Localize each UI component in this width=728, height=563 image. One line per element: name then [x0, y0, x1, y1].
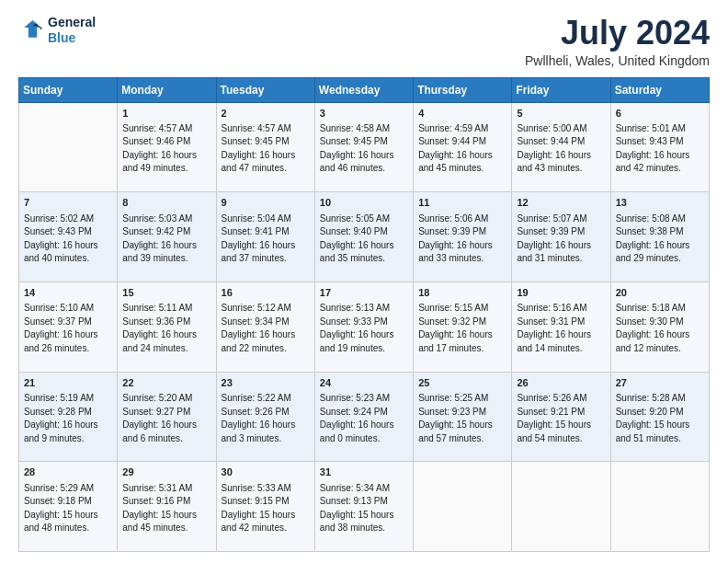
- day-number: 25: [418, 376, 506, 390]
- day-number: 27: [616, 376, 704, 390]
- cell-daylight-info: Sunrise: 5:28 AM Sunset: 9:20 PM Dayligh…: [616, 392, 704, 445]
- logo-icon: [18, 17, 44, 43]
- cell-daylight-info: Sunrise: 5:19 AM Sunset: 9:28 PM Dayligh…: [24, 392, 112, 445]
- cell-daylight-info: Sunrise: 5:01 AM Sunset: 9:43 PM Dayligh…: [616, 122, 704, 176]
- day-number: 9: [222, 196, 310, 210]
- day-number: 12: [517, 196, 605, 210]
- cell-daylight-info: Sunrise: 5:25 AM Sunset: 9:23 PM Dayligh…: [418, 392, 506, 445]
- day-number: 13: [616, 196, 704, 210]
- cell-daylight-info: Sunrise: 5:07 AM Sunset: 9:39 PM Dayligh…: [517, 213, 605, 266]
- svg-marker-0: [24, 20, 41, 38]
- cell-daylight-info: Sunrise: 5:15 AM Sunset: 9:32 PM Dayligh…: [418, 302, 506, 355]
- calendar-cell: [512, 462, 610, 552]
- cell-daylight-info: Sunrise: 5:16 AM Sunset: 9:31 PM Dayligh…: [517, 302, 605, 355]
- week-row-4: 21Sunrise: 5:19 AM Sunset: 9:28 PM Dayli…: [19, 372, 710, 462]
- calendar-cell: 27Sunrise: 5:28 AM Sunset: 9:20 PM Dayli…: [610, 372, 709, 462]
- calendar-cell: 4Sunrise: 4:59 AM Sunset: 9:44 PM Daylig…: [414, 102, 512, 192]
- calendar-cell: 20Sunrise: 5:18 AM Sunset: 9:30 PM Dayli…: [610, 282, 709, 372]
- day-number: 17: [320, 286, 408, 300]
- day-number: 18: [418, 286, 506, 300]
- cell-daylight-info: Sunrise: 5:13 AM Sunset: 9:33 PM Dayligh…: [320, 302, 408, 355]
- weekday-header-monday: Monday: [118, 77, 216, 102]
- calendar-cell: 22Sunrise: 5:20 AM Sunset: 9:27 PM Dayli…: [118, 372, 216, 462]
- calendar-cell: 21Sunrise: 5:19 AM Sunset: 9:28 PM Dayli…: [19, 372, 118, 462]
- calendar-cell: 31Sunrise: 5:34 AM Sunset: 9:13 PM Dayli…: [314, 462, 413, 552]
- week-row-3: 14Sunrise: 5:10 AM Sunset: 9:37 PM Dayli…: [19, 282, 710, 372]
- cell-daylight-info: Sunrise: 5:29 AM Sunset: 9:18 PM Dayligh…: [24, 482, 112, 535]
- day-number: 31: [320, 465, 408, 479]
- cell-daylight-info: Sunrise: 5:05 AM Sunset: 9:40 PM Dayligh…: [320, 213, 408, 266]
- week-row-5: 28Sunrise: 5:29 AM Sunset: 9:18 PM Dayli…: [19, 462, 710, 552]
- cell-daylight-info: Sunrise: 5:00 AM Sunset: 9:44 PM Dayligh…: [517, 122, 605, 176]
- logo-general-text: General: [48, 15, 96, 29]
- day-number: 8: [122, 196, 210, 210]
- calendar-cell: 8Sunrise: 5:03 AM Sunset: 9:42 PM Daylig…: [118, 192, 216, 282]
- week-row-2: 7Sunrise: 5:02 AM Sunset: 9:43 PM Daylig…: [19, 192, 710, 282]
- weekday-header-wednesday: Wednesday: [314, 77, 413, 102]
- weekday-header-friday: Friday: [512, 77, 610, 102]
- calendar-cell: 10Sunrise: 5:05 AM Sunset: 9:40 PM Dayli…: [314, 192, 413, 282]
- calendar-cell: [414, 462, 512, 552]
- cell-daylight-info: Sunrise: 5:33 AM Sunset: 9:15 PM Dayligh…: [222, 482, 310, 535]
- cell-daylight-info: Sunrise: 5:02 AM Sunset: 9:43 PM Dayligh…: [24, 213, 112, 266]
- calendar-cell: 23Sunrise: 5:22 AM Sunset: 9:26 PM Dayli…: [216, 372, 314, 462]
- calendar-cell: 12Sunrise: 5:07 AM Sunset: 9:39 PM Dayli…: [512, 192, 610, 282]
- location: Pwllheli, Wales, United Kingdom: [525, 53, 710, 68]
- weekday-header-saturday: Saturday: [610, 77, 709, 102]
- calendar-cell: 14Sunrise: 5:10 AM Sunset: 9:37 PM Dayli…: [19, 282, 118, 372]
- page: General Blue July 2024 Pwllheli, Wales, …: [0, 0, 728, 563]
- cell-daylight-info: Sunrise: 5:04 AM Sunset: 9:41 PM Dayligh…: [222, 213, 310, 266]
- weekday-header-thursday: Thursday: [414, 77, 512, 102]
- logo: General Blue: [18, 15, 96, 46]
- cell-daylight-info: Sunrise: 4:57 AM Sunset: 9:46 PM Dayligh…: [122, 122, 210, 176]
- cell-daylight-info: Sunrise: 4:58 AM Sunset: 9:45 PM Dayligh…: [320, 122, 408, 176]
- day-number: 14: [24, 286, 112, 300]
- day-number: 2: [222, 107, 310, 121]
- calendar-cell: [19, 102, 118, 192]
- calendar-cell: 28Sunrise: 5:29 AM Sunset: 9:18 PM Dayli…: [19, 462, 118, 552]
- cell-daylight-info: Sunrise: 5:23 AM Sunset: 9:24 PM Dayligh…: [320, 392, 408, 445]
- cell-daylight-info: Sunrise: 5:18 AM Sunset: 9:30 PM Dayligh…: [616, 302, 704, 355]
- day-number: 19: [517, 286, 605, 300]
- day-number: 5: [517, 107, 605, 121]
- day-number: 22: [122, 376, 210, 390]
- day-number: 21: [24, 376, 112, 390]
- calendar-cell: 25Sunrise: 5:25 AM Sunset: 9:23 PM Dayli…: [414, 372, 512, 462]
- cell-daylight-info: Sunrise: 4:59 AM Sunset: 9:44 PM Dayligh…: [418, 122, 506, 176]
- calendar-cell: 1Sunrise: 4:57 AM Sunset: 9:46 PM Daylig…: [118, 102, 216, 192]
- calendar-cell: 7Sunrise: 5:02 AM Sunset: 9:43 PM Daylig…: [19, 192, 118, 282]
- cell-daylight-info: Sunrise: 5:26 AM Sunset: 9:21 PM Dayligh…: [517, 392, 605, 445]
- calendar-cell: 19Sunrise: 5:16 AM Sunset: 9:31 PM Dayli…: [512, 282, 610, 372]
- day-number: 15: [122, 286, 210, 300]
- day-number: 24: [320, 376, 408, 390]
- day-number: 16: [222, 286, 310, 300]
- cell-daylight-info: Sunrise: 5:31 AM Sunset: 9:16 PM Dayligh…: [122, 482, 210, 535]
- day-number: 3: [320, 107, 408, 121]
- month-title: July 2024: [525, 15, 710, 52]
- calendar-cell: 3Sunrise: 4:58 AM Sunset: 9:45 PM Daylig…: [314, 102, 413, 192]
- logo-blue-text: Blue: [48, 30, 75, 45]
- cell-daylight-info: Sunrise: 5:11 AM Sunset: 9:36 PM Dayligh…: [122, 302, 210, 355]
- day-number: 23: [222, 376, 310, 390]
- calendar-cell: 9Sunrise: 5:04 AM Sunset: 9:41 PM Daylig…: [216, 192, 314, 282]
- cell-daylight-info: Sunrise: 5:08 AM Sunset: 9:38 PM Dayligh…: [616, 213, 704, 266]
- calendar-cell: 6Sunrise: 5:01 AM Sunset: 9:43 PM Daylig…: [610, 102, 709, 192]
- weekday-header-tuesday: Tuesday: [216, 77, 314, 102]
- calendar-cell: 16Sunrise: 5:12 AM Sunset: 9:34 PM Dayli…: [216, 282, 314, 372]
- calendar-cell: 18Sunrise: 5:15 AM Sunset: 9:32 PM Dayli…: [414, 282, 512, 372]
- calendar-cell: 11Sunrise: 5:06 AM Sunset: 9:39 PM Dayli…: [414, 192, 512, 282]
- cell-daylight-info: Sunrise: 5:22 AM Sunset: 9:26 PM Dayligh…: [222, 392, 310, 445]
- day-number: 20: [616, 286, 704, 300]
- calendar-cell: 5Sunrise: 5:00 AM Sunset: 9:44 PM Daylig…: [512, 102, 610, 192]
- cell-daylight-info: Sunrise: 4:57 AM Sunset: 9:45 PM Dayligh…: [222, 122, 310, 176]
- day-number: 6: [616, 107, 704, 121]
- day-number: 28: [24, 465, 112, 479]
- calendar-cell: 26Sunrise: 5:26 AM Sunset: 9:21 PM Dayli…: [512, 372, 610, 462]
- cell-daylight-info: Sunrise: 5:20 AM Sunset: 9:27 PM Dayligh…: [122, 392, 210, 445]
- weekday-header-row: SundayMondayTuesdayWednesdayThursdayFrid…: [19, 77, 710, 102]
- day-number: 10: [320, 196, 408, 210]
- week-row-1: 1Sunrise: 4:57 AM Sunset: 9:46 PM Daylig…: [19, 102, 710, 192]
- cell-daylight-info: Sunrise: 5:10 AM Sunset: 9:37 PM Dayligh…: [24, 302, 112, 355]
- calendar-cell: [610, 462, 709, 552]
- day-number: 11: [418, 196, 506, 210]
